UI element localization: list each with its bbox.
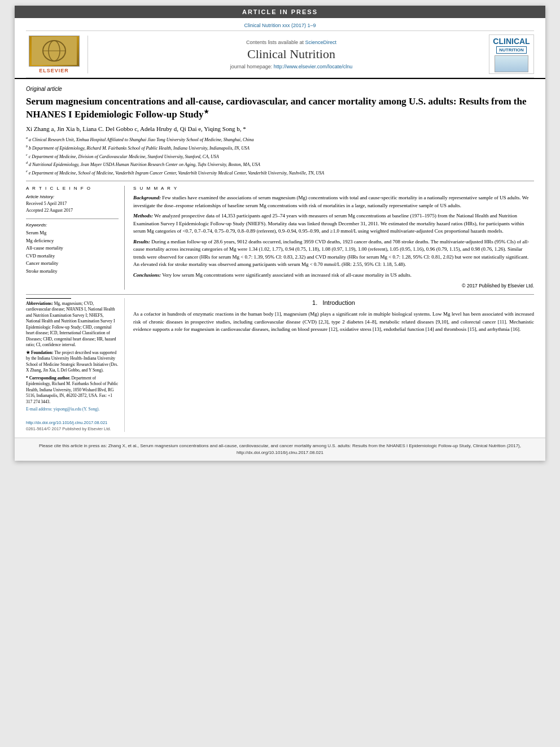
keywords-list: Serum Mg Mg deficiency All-cause mortali…: [26, 229, 119, 276]
conclusions-text: Very low serum Mg concentrations were si…: [162, 272, 412, 278]
affil-b: b b Department of Epidemiology, Richard …: [26, 144, 534, 151]
title-text: Serum magnesium concentrations and all-c…: [26, 96, 527, 120]
page: ARTICLE IN PRESS Clinical Nutrition xxx …: [15, 6, 545, 461]
conclusions-label: Conclusions:: [133, 272, 161, 278]
elsevier-logo-block: ELSEVIER: [26, 36, 88, 73]
accepted-date: Accepted 22 August 2017: [26, 207, 119, 214]
authors-line: Xi Zhang a, Jin Xia b, Liana C. Del Gobb…: [26, 125, 534, 132]
sciencedirect-link[interactable]: ScienceDirect: [305, 40, 337, 45]
journal-top-line: Clinical Nutrition xxx (2017) 1–9: [26, 23, 534, 28]
elsevier-emblem: [29, 36, 80, 67]
corresponding-note: * Corresponding author. Department of Ep…: [26, 375, 119, 405]
intro-title: 1. Introduction: [133, 298, 534, 308]
summary-column: S U M M A R Y Background: Few studies ha…: [133, 186, 534, 290]
banner-text: ARTICLE IN PRESS: [242, 8, 318, 15]
affiliations-block: a a Clinical Research Unit, Xinhua Hospi…: [26, 136, 534, 176]
article-content: Original article Serum magnesium concent…: [15, 79, 545, 438]
introduction-section: 1. Introduction As a cofactor in hundred…: [133, 298, 534, 334]
background-text: Few studies have examined the associatio…: [133, 195, 528, 208]
affil-c: c c Department of Medicine, Division of …: [26, 152, 534, 160]
background-label: Background:: [133, 195, 161, 200]
received-date: Received 5 April 2017: [26, 200, 119, 207]
footnote-section: Abbreviations: Mg, magnesium; CVD, cardi…: [26, 294, 534, 432]
affil-d: d d Nutritional Epidemiology, Jean Mayer…: [26, 160, 534, 168]
footnote-left-col: Abbreviations: Mg, magnesium; CVD, cardi…: [26, 298, 125, 432]
results-para: Results: During a median follow-up of 28…: [133, 238, 534, 269]
two-column-section: A R T I C L E I N F O Article history: R…: [26, 181, 534, 290]
journal-homepage: journal homepage: http://www.elsevier.co…: [94, 64, 489, 69]
intro-para-text: As a cofactor in hundreds of enzymatic r…: [133, 311, 534, 332]
summary-header: S U M M A R Y: [133, 186, 534, 191]
article-in-press-banner: ARTICLE IN PRESS: [15, 6, 545, 18]
copyright-line: © 2017 Published by Elsevier Ltd.: [133, 282, 534, 290]
background-para: Background: Few studies have examined th…: [133, 194, 534, 209]
results-text: During a median follow-up of 28.6 years,…: [133, 239, 529, 268]
abbrev-content: Mg, magnesium; CVD, cardiovascular disea…: [26, 301, 116, 348]
affil-a: a a Clinical Research Unit, Xinhua Hospi…: [26, 136, 534, 143]
methods-para: Methods: We analyzed prospective data of…: [133, 212, 534, 235]
journal-logo-right: CLINICAL NUTRITION: [489, 34, 534, 74]
foundation-note: ★ Foundation: The project described was …: [26, 350, 119, 374]
keyword-2: Mg deficiency: [26, 237, 119, 245]
authors-text: Xi Zhang a, Jin Xia b, Liana C. Del Gobb…: [26, 125, 246, 132]
issn-text: 0261-5614/© 2017 Published by Elsevier L…: [26, 426, 111, 432]
intro-para-1: As a cofactor in hundreds of enzymatic r…: [133, 311, 534, 334]
history-label: Article history:: [26, 194, 119, 199]
keyword-5: Cancer mortality: [26, 260, 119, 268]
doi-issn-block: http://dx.doi.org/10.1016/j.clnu.2017.08…: [26, 414, 119, 433]
title-star: ★: [204, 108, 209, 115]
email-label: E-mail address:: [26, 407, 53, 412]
email-address: yiqsong@iu.edu (Y. Song).: [54, 407, 100, 412]
keywords-label: Keywords:: [26, 222, 119, 228]
keyword-6: Stroke mortality: [26, 268, 119, 276]
doi-block: http://dx.doi.org/10.1016/j.clnu.2017.08…: [26, 417, 111, 433]
journal-header-inner: ELSEVIER Contents lists available at Sci…: [26, 30, 534, 78]
homepage-link[interactable]: http://www.elsevier.com/locate/clnu: [274, 64, 353, 69]
keyword-3: All-cause mortality: [26, 244, 119, 252]
contents-available: Contents lists available at ScienceDirec…: [94, 40, 489, 45]
footnote-divider: [26, 298, 71, 299]
foundation-label: ★ Foundation:: [26, 350, 53, 355]
keyword-1: Serum Mg: [26, 229, 119, 237]
affil-e: e e Department of Medicine, School of Me…: [26, 169, 534, 176]
results-label: Results:: [133, 239, 150, 244]
intro-section-title: Introduction: [322, 299, 355, 306]
journal-title: Clinical Nutrition: [94, 47, 489, 62]
journal-volume-info: Clinical Nutrition xxx (2017) 1–9: [244, 23, 316, 28]
abbrev-label: Abbreviations:: [26, 301, 53, 306]
doi-link[interactable]: http://dx.doi.org/10.1016/j.clnu.2017.08…: [26, 420, 111, 426]
article-type: Original article: [26, 86, 534, 92]
methods-text: We analyzed prospective data of 14,353 p…: [133, 213, 524, 234]
keyword-4: CVD mortality: [26, 252, 119, 260]
conclusions-para: Conclusions: Very low serum Mg concentra…: [133, 272, 534, 279]
corresponding-label: * Corresponding author.: [26, 375, 71, 381]
journal-header: Clinical Nutrition xxx (2017) 1–9 ELSEVI…: [15, 18, 545, 79]
abbreviations-text: Abbreviations: Mg, magnesium; CVD, cardi…: [26, 301, 119, 348]
email-note: E-mail address: yiqsong@iu.edu (Y. Song)…: [26, 406, 119, 412]
citation-bar: Please cite this article in press as: Zh…: [15, 438, 545, 461]
summary-block: Background: Few studies have examined th…: [133, 194, 534, 290]
introduction-column: 1. Introduction As a cofactor in hundred…: [133, 298, 534, 432]
article-title: Serum magnesium concentrations and all-c…: [26, 95, 534, 121]
elsevier-name: ELSEVIER: [39, 68, 69, 73]
article-history-block: Article history: Received 5 April 2017 A…: [26, 194, 119, 214]
methods-label: Methods:: [133, 213, 153, 219]
journal-center-block: Contents lists available at ScienceDirec…: [94, 40, 489, 69]
citation-text: Please cite this article in press as: Zh…: [39, 443, 521, 455]
article-info-column: A R T I C L E I N F O Article history: R…: [26, 186, 125, 290]
keywords-section: Keywords: Serum Mg Mg deficiency All-cau…: [26, 219, 119, 276]
intro-section-number: 1.: [312, 299, 317, 306]
article-info-header: A R T I C L E I N F O: [26, 186, 119, 191]
